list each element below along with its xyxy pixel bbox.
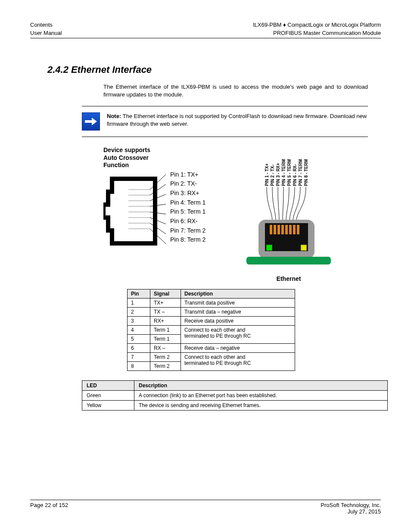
section-heading: 2.4.2 Ethernet Interface <box>47 64 381 75</box>
note-rest: The Ethernet interface is not supported … <box>107 113 367 127</box>
vert-pin-label: PIN 3 - RX+ <box>276 163 280 186</box>
arrow-icon <box>82 112 100 131</box>
pin-label: Pin 5: Term 1 <box>170 207 206 217</box>
merged-cell: Connect to each other and terminated to … <box>181 326 295 344</box>
pin-th-pin: Pin <box>128 289 150 299</box>
svg-rect-20 <box>277 225 280 234</box>
footer-left: Page 22 of 152 <box>30 502 68 508</box>
table-row: 7 Term 2 Connect to each other and termi… <box>128 353 295 362</box>
vert-pin-label: PIN 4 - TERM <box>281 159 286 186</box>
svg-rect-25 <box>297 225 299 234</box>
led-table: LED Description Green A connection (link… <box>82 380 388 411</box>
footer-right-1: ProSoft Technology, Inc. <box>321 502 381 508</box>
svg-rect-22 <box>285 225 288 234</box>
rj45-front-diagram <box>103 174 166 252</box>
pin-th-desc: Description <box>181 289 295 299</box>
pin-label: Pin 4: Term 1 <box>170 198 206 208</box>
vert-pin-label: PIN 1 - TX+ <box>265 163 269 186</box>
pin-label: Pin 6: RX- <box>170 217 206 226</box>
diag-title-l2: Auto Crossover <box>103 154 224 162</box>
led-th-desc: Description <box>134 381 388 391</box>
pin-label: Pin 2: TX- <box>170 179 206 189</box>
vert-pin-label: PIN 8 - TERM <box>304 159 308 186</box>
diagram-row: Device supports Auto Crossover Function <box>103 146 381 282</box>
svg-rect-18 <box>270 225 272 234</box>
table-row: 2 TX – Transmit data – negative <box>128 308 295 317</box>
diag-title-l3: Function <box>103 162 224 169</box>
intro-text: The Ethernet interface of the ILX69-PBM … <box>103 83 368 98</box>
svg-rect-19 <box>274 225 276 234</box>
merged-cell: Connect to each other and terminated to … <box>181 353 295 371</box>
page: Contents ILX69-PBM ♦ CompactLogix or Mic… <box>0 0 411 532</box>
diagram-right: PIN 1 - TX+ PIN 2 - TX- PIN 3 - RX+ PIN … <box>241 146 336 282</box>
header-right-1: ILX69-PBM ♦ CompactLogix or MicroLogix P… <box>253 22 381 28</box>
page-header: Contents ILX69-PBM ♦ CompactLogix or Mic… <box>30 22 381 28</box>
table-row: 4 Term 1 Connect to each other and termi… <box>128 326 295 335</box>
header-left-1: Contents <box>30 22 53 28</box>
svg-rect-27 <box>301 245 307 251</box>
pin-label: Pin 7: Term 2 <box>170 226 206 236</box>
pin-label-list: Pin 1: TX+ Pin 2: TX- Pin 3: RX+ Pin 4: … <box>170 170 206 245</box>
pin-label: Pin 1: TX+ <box>170 170 206 180</box>
vert-pin-label: PIN 5 - TERM <box>287 159 292 186</box>
pin-table: Pin Signal Description 1 TX+ Transmit da… <box>127 289 295 371</box>
pin-label: Pin 3: RX+ <box>170 189 206 198</box>
vert-pin-label: PIN 6 - RX- <box>293 164 297 186</box>
footer-right-2: July 27, 2015 <box>348 508 381 515</box>
rj45-jack-diagram: PIN 1 - TX+ PIN 2 - TX- PIN 3 - RX+ PIN … <box>241 146 336 271</box>
pin-label: Pin 8: Term 2 <box>170 235 206 245</box>
svg-rect-26 <box>266 245 272 251</box>
table-row: 1 TX+ Transmit data positive <box>128 299 295 308</box>
header-rule <box>30 38 381 38</box>
svg-rect-23 <box>289 225 292 234</box>
led-th-led: LED <box>82 381 134 391</box>
pin-th-signal: Signal <box>150 289 181 299</box>
svg-rect-21 <box>281 225 284 234</box>
page-footer: Page 22 of 152 ProSoft Technology, Inc. … <box>30 500 381 515</box>
note-text: Note: The Ethernet interface is not supp… <box>107 112 368 128</box>
svg-rect-24 <box>293 225 296 234</box>
note-bold: Note: <box>107 113 121 119</box>
vert-pin-label: PIN 7 - TERM <box>298 159 303 186</box>
table-row: 3 RX+ Receive data positive <box>128 317 295 326</box>
table-row: 6 RX – Receive data – negative <box>128 344 295 353</box>
page-header-2: User Manual PROFIBUS Master Communicatio… <box>30 30 381 36</box>
table-row: Green A connection (link) to an Ethernet… <box>82 391 388 401</box>
header-left-2: User Manual <box>30 30 62 36</box>
table-row: Yellow The device is sending and receivi… <box>82 401 388 411</box>
note-block: Note: The Ethernet interface is not supp… <box>82 106 368 137</box>
vert-pin-label: PIN 2 - TX- <box>270 165 275 186</box>
ethernet-label: Ethernet <box>241 275 336 282</box>
diagram-left: Device supports Auto Crossover Function <box>103 146 224 252</box>
diag-title-l1: Device supports <box>103 146 224 154</box>
header-right-2: PROFIBUS Master Communication Module <box>273 30 381 36</box>
svg-rect-28 <box>246 257 331 264</box>
